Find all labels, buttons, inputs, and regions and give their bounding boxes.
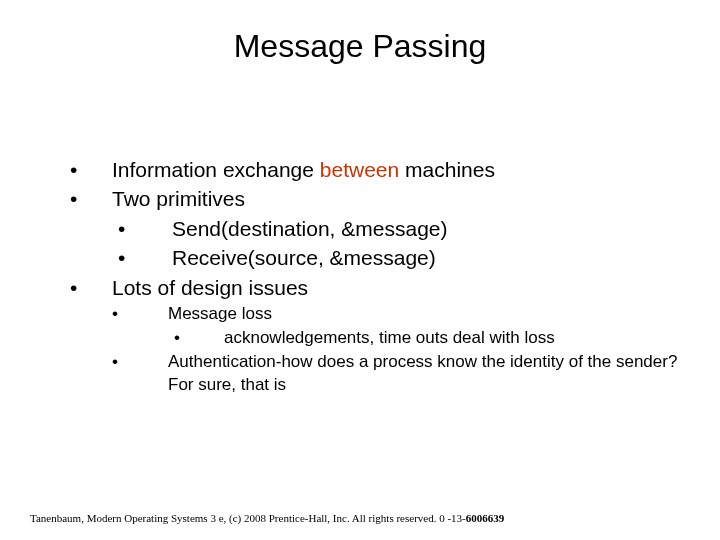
bullet-icon: • [60,155,112,184]
bullet-text: Receive(source, &message) [172,243,680,272]
bullet-level2-small: • Message loss [60,302,680,326]
bullet-icon: • [60,273,112,302]
bullet-level1: • Information exchange between machines [60,155,680,184]
bullet-icon: • [60,184,112,213]
text-fragment: machines [399,158,495,181]
bullet-text: Two primitives [112,184,680,213]
bullet-level1: • Two primitives [60,184,680,213]
slide: Message Passing • Information exchange b… [0,0,720,540]
bullet-text: Authentication-how does a process know t… [168,350,680,398]
bullet-text: Information exchange between machines [112,155,680,184]
bullet-level1: • Lots of design issues [60,273,680,302]
bullet-text: Message loss [168,302,680,326]
bullet-icon: • [112,243,172,272]
bullet-level2: • Send(destination, &message) [60,214,680,243]
slide-body: • Information exchange between machines … [40,155,680,397]
bullet-level3: • acknowledgements, time outs deal with … [60,326,680,350]
bullet-level2-small: • Authentication-how does a process know… [60,350,680,398]
text-fragment: Information exchange [112,158,320,181]
footer-text: Tanenbaum, Modern Operating Systems 3 e,… [30,512,690,524]
bullet-icon: • [168,326,224,350]
footer-bold: 6006639 [466,512,505,524]
highlight-text: between [320,158,399,181]
slide-title: Message Passing [40,28,680,65]
bullet-text: acknowledgements, time outs deal with lo… [224,326,680,350]
footer-main: Tanenbaum, Modern Operating Systems 3 e,… [30,512,466,524]
bullet-text: Send(destination, &message) [172,214,680,243]
bullet-icon: • [112,302,168,326]
bullet-level2: • Receive(source, &message) [60,243,680,272]
bullet-text: Lots of design issues [112,273,680,302]
bullet-icon: • [112,214,172,243]
bullet-icon: • [112,350,168,398]
